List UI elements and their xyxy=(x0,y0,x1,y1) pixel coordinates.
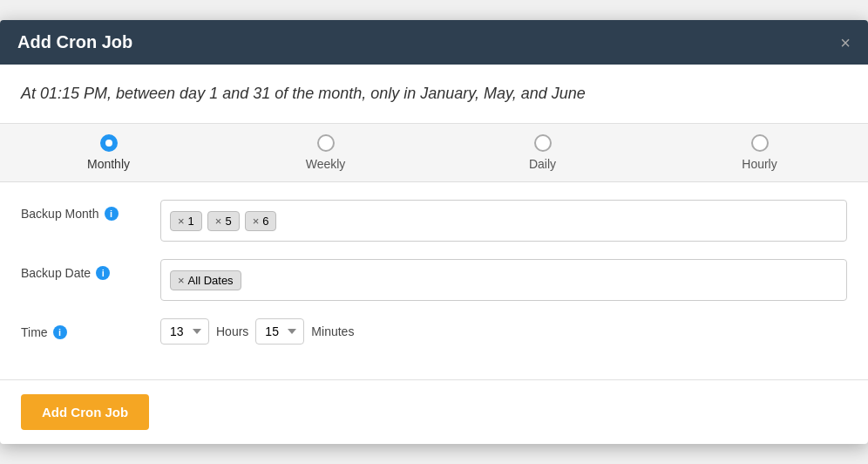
time-row: Time i 000102030405060708091011121314151… xyxy=(21,318,847,345)
tab-monthly-label: Monthly xyxy=(87,157,130,171)
tab-weekly[interactable]: Weekly xyxy=(217,134,434,171)
backup-date-label: Backup Date i xyxy=(21,259,160,280)
modal-body: Backup Month i × 1 × 5 × 6 xyxy=(0,182,868,379)
add-cron-job-button[interactable]: Add Cron Job xyxy=(21,394,149,430)
month-tag-5: × 5 xyxy=(207,211,240,231)
time-label: Time i xyxy=(21,318,160,339)
modal-container: Add Cron Job × At 01:15 PM, between day … xyxy=(0,20,868,444)
date-tag-all: × All Dates xyxy=(170,270,241,290)
backup-date-control[interactable]: × All Dates xyxy=(160,259,847,301)
hours-select[interactable]: 0001020304050607080910111213141516171819… xyxy=(160,318,209,345)
month-tag-5-value: 5 xyxy=(225,215,231,228)
radio-hourly[interactable] xyxy=(751,134,769,152)
modal-footer: Add Cron Job xyxy=(0,379,868,444)
close-button[interactable]: × xyxy=(840,34,851,51)
tab-monthly[interactable]: Monthly xyxy=(0,134,217,171)
backup-month-info-icon: i xyxy=(105,207,119,221)
month-tag-1-close[interactable]: × xyxy=(178,215,185,227)
minutes-label: Minutes xyxy=(311,324,354,338)
month-tag-1-value: 1 xyxy=(188,215,194,228)
tab-daily[interactable]: Daily xyxy=(434,134,651,171)
date-tag-all-value: All Dates xyxy=(188,274,234,287)
backup-date-info-icon: i xyxy=(96,266,110,280)
radio-daily[interactable] xyxy=(534,134,552,152)
tab-daily-label: Daily xyxy=(529,157,556,171)
tab-hourly-label: Hourly xyxy=(742,157,776,171)
month-tag-1: × 1 xyxy=(170,211,202,231)
month-tag-6-value: 6 xyxy=(262,215,268,228)
description-bar: At 01:15 PM, between day 1 and 31 of the… xyxy=(0,65,868,124)
month-tag-5-close[interactable]: × xyxy=(215,215,222,227)
modal-title: Add Cron Job xyxy=(17,32,132,52)
time-info-icon: i xyxy=(53,325,67,339)
backup-month-row: Backup Month i × 1 × 5 × 6 xyxy=(21,200,847,242)
backup-month-label: Backup Month i xyxy=(21,200,160,221)
cron-description: At 01:15 PM, between day 1 and 31 of the… xyxy=(21,82,847,106)
minutes-select[interactable]: 000510152025303540455055 xyxy=(255,318,304,345)
modal-header: Add Cron Job × xyxy=(0,20,868,65)
tab-hourly[interactable]: Hourly xyxy=(651,134,868,171)
month-tag-6: × 6 xyxy=(245,211,277,231)
month-tag-6-close[interactable]: × xyxy=(253,215,260,227)
radio-weekly[interactable] xyxy=(317,134,335,152)
backup-month-control[interactable]: × 1 × 5 × 6 xyxy=(160,200,847,242)
tab-weekly-label: Weekly xyxy=(306,157,346,171)
date-tag-all-close[interactable]: × xyxy=(178,275,185,286)
tabs-bar: Monthly Weekly Daily Hourly xyxy=(0,124,868,182)
hours-label: Hours xyxy=(216,324,248,338)
backup-date-row: Backup Date i × All Dates xyxy=(21,259,847,301)
time-controls: 0001020304050607080910111213141516171819… xyxy=(160,318,354,345)
radio-monthly[interactable] xyxy=(100,134,118,152)
